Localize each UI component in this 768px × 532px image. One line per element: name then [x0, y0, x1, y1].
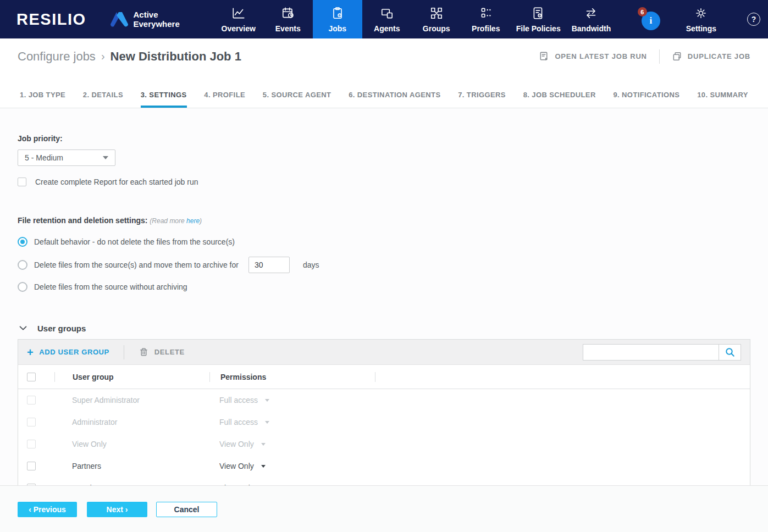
divider — [659, 49, 660, 64]
user-group-search — [583, 344, 741, 361]
table-row: Howdy Partner View Only — [18, 477, 750, 485]
nav-item-groups[interactable]: Groups — [412, 0, 461, 38]
breadcrumb-configure-jobs[interactable]: Configure jobs — [18, 49, 96, 64]
tab-destination-agents[interactable]: 6. DESTINATION AGENTS — [349, 91, 440, 108]
permission-value: View Only — [219, 440, 254, 448]
retention-no-archive-radio[interactable] — [18, 282, 27, 292]
search-button[interactable] — [719, 345, 741, 360]
app-window: RESILIO Active Everywhere Overview — [0, 0, 768, 532]
help-icon[interactable]: ? — [747, 13, 760, 26]
breadcrumb-chevron-icon: › — [101, 50, 105, 63]
tab-details[interactable]: 2. DETAILS — [83, 91, 123, 108]
collapse-chevron-icon[interactable] — [18, 323, 29, 334]
read-more-suffix: ) — [200, 217, 202, 225]
permission-dropdown: View Only — [219, 440, 266, 448]
nav-item-events[interactable]: Events — [263, 0, 313, 38]
previous-button[interactable]: ‹ Previous — [18, 502, 77, 517]
notifications-button[interactable]: 6 i — [640, 7, 662, 31]
retention-option-no-archive: Delete files from the source without arc… — [18, 282, 750, 292]
nav-item-overview[interactable]: Overview — [214, 0, 263, 38]
column-divider — [375, 372, 375, 382]
nav-label: Overview — [222, 24, 256, 33]
select-all-checkbox[interactable] — [27, 373, 36, 381]
create-report-label: Create complete Report for each started … — [35, 178, 198, 186]
calendar-clock-icon — [281, 6, 295, 20]
delete-user-group-button[interactable]: DELETE — [139, 347, 185, 357]
wizard-footer: ‹ Previous Next › Cancel — [0, 485, 768, 532]
settings-content: Job priority: 5 - Medium Create complete… — [0, 108, 768, 485]
job-priority-select[interactable]: 5 - Medium — [18, 149, 115, 166]
nav-item-jobs[interactable]: Jobs — [313, 0, 362, 38]
navbar-right: 6 i Settings ? — [640, 0, 768, 38]
nav-item-profiles[interactable]: Profiles — [461, 0, 511, 38]
active-everywhere-logo: Active Everywhere — [109, 10, 180, 29]
nav-label: Profiles — [472, 24, 500, 33]
devices-icon — [380, 6, 394, 20]
tab-source-agent[interactable]: 5. SOURCE AGENT — [263, 91, 331, 108]
nav-label: Agents — [374, 24, 400, 33]
active-everywhere-glyph-icon — [109, 11, 128, 27]
cancel-button[interactable]: Cancel — [156, 502, 217, 517]
read-more-prefix: (Read more — [150, 217, 186, 225]
chevron-down-icon — [265, 399, 269, 402]
table-header: User group Permissions — [18, 365, 750, 389]
nav-item-bandwidth[interactable]: Bandwidth — [566, 0, 617, 38]
nav-label: Settings — [686, 24, 716, 33]
duplicate-job-button[interactable]: DUPLICATE JOB — [672, 51, 750, 62]
main-menu: Overview Events Jobs Agents — [214, 0, 616, 38]
delete-label: DELETE — [154, 348, 185, 356]
user-group-search-input[interactable] — [583, 345, 719, 360]
tab-triggers[interactable]: 7. TRIGGERS — [458, 91, 506, 108]
user-group-name: Administrator — [54, 418, 209, 426]
nav-item-agents[interactable]: Agents — [362, 0, 412, 38]
line-chart-icon — [231, 6, 246, 20]
resilio-logo: RESILIO — [16, 10, 86, 29]
copy-icon — [672, 51, 682, 62]
user-group-name: Super Administrator — [54, 396, 209, 404]
page-title: New Distribution Job 1 — [110, 49, 241, 64]
nav-item-file-policies[interactable]: File Policies — [511, 0, 566, 38]
user-groups-panel: + ADD USER GROUP DELETE — [18, 339, 750, 485]
row-checkbox[interactable] — [27, 462, 36, 470]
tab-profile[interactable]: 4. PROFILE — [204, 91, 245, 108]
table-row: View Only View Only — [18, 433, 750, 455]
permission-value: View Only — [219, 462, 254, 470]
add-user-group-label: ADD USER GROUP — [39, 348, 109, 356]
tab-notifications[interactable]: 9. NOTIFICATIONS — [613, 91, 679, 108]
archive-days-suffix: days — [303, 261, 319, 269]
row-checkbox — [27, 396, 36, 404]
transfer-arrows-icon — [584, 6, 598, 20]
next-button[interactable]: Next › — [87, 502, 147, 517]
breadcrumb: Configure jobs › New Distribution Job 1 — [18, 49, 241, 64]
nav-label: Groups — [423, 24, 450, 33]
create-report-row: Create complete Report for each started … — [18, 178, 750, 186]
document-play-icon — [539, 51, 549, 62]
permission-value: Full access — [219, 396, 258, 404]
header-actions: OPEN LATEST JOB RUN DUPLICATE JOB — [539, 49, 750, 64]
clipboard-gear-icon — [330, 6, 345, 20]
retention-default-radio[interactable] — [18, 237, 27, 247]
create-report-checkbox[interactable] — [18, 178, 26, 186]
job-priority-value: 5 - Medium — [25, 153, 63, 162]
permission-value: Full access — [219, 418, 258, 426]
row-checkbox — [27, 418, 36, 426]
open-latest-job-run-button[interactable]: OPEN LATEST JOB RUN — [539, 51, 647, 62]
nav-item-settings[interactable]: Settings — [681, 6, 722, 33]
tab-job-scheduler[interactable]: 8. JOB SCHEDULER — [523, 91, 596, 108]
tab-settings[interactable]: 3. SETTINGS — [141, 91, 187, 108]
retention-option-archive: Delete files from the source(s) and move… — [18, 257, 750, 273]
nav-label: Jobs — [328, 24, 346, 33]
retention-archive-radio[interactable] — [18, 260, 27, 270]
retention-archive-label: Delete files from the source(s) and move… — [34, 261, 239, 269]
add-user-group-button[interactable]: + ADD USER GROUP — [27, 348, 109, 357]
permission-dropdown: Full access — [219, 418, 269, 426]
user-groups-section-header: User groups — [18, 323, 750, 334]
read-more-link[interactable]: here — [186, 217, 200, 225]
top-navbar: RESILIO Active Everywhere Overview — [0, 0, 768, 38]
list-squares-icon — [479, 6, 493, 20]
archive-days-input[interactable] — [248, 257, 290, 273]
permission-dropdown[interactable]: View Only — [219, 462, 266, 470]
tab-summary[interactable]: 10. SUMMARY — [697, 91, 748, 108]
tab-job-type[interactable]: 1. JOB TYPE — [20, 91, 65, 108]
user-groups-toolbar: + ADD USER GROUP DELETE — [18, 340, 750, 365]
